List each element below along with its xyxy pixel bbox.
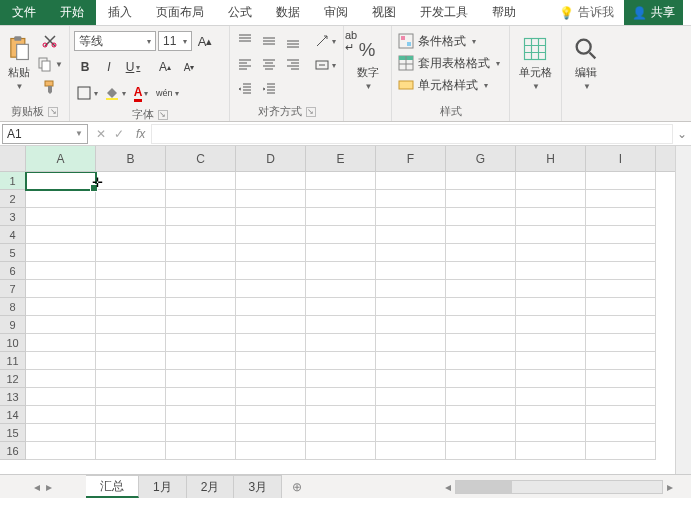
cell[interactable] bbox=[236, 280, 306, 298]
cell[interactable] bbox=[376, 190, 446, 208]
scroll-right-icon[interactable]: ▸ bbox=[663, 480, 677, 494]
share-button[interactable]: 👤 共享 bbox=[624, 0, 683, 25]
align-center-button[interactable] bbox=[258, 54, 280, 76]
underline-button[interactable]: U▾ bbox=[122, 56, 144, 78]
cell[interactable] bbox=[236, 190, 306, 208]
tab-formula[interactable]: 公式 bbox=[216, 0, 264, 25]
increase-font-button-2[interactable]: A▴ bbox=[154, 56, 176, 78]
cell[interactable] bbox=[236, 172, 306, 190]
decrease-indent-button[interactable] bbox=[234, 78, 256, 100]
cell[interactable] bbox=[166, 442, 236, 460]
row-header[interactable]: 3 bbox=[0, 208, 26, 226]
tab-developer[interactable]: 开发工具 bbox=[408, 0, 480, 25]
copy-button[interactable]: ▼ bbox=[35, 53, 65, 75]
cell[interactable] bbox=[446, 280, 516, 298]
cell[interactable] bbox=[96, 208, 166, 226]
cell[interactable] bbox=[26, 298, 96, 316]
hscroll-thumb[interactable] bbox=[456, 481, 512, 493]
cell[interactable] bbox=[26, 262, 96, 280]
cell[interactable] bbox=[376, 406, 446, 424]
select-all-corner[interactable] bbox=[0, 146, 26, 171]
cut-button[interactable] bbox=[35, 30, 65, 52]
cell[interactable] bbox=[166, 334, 236, 352]
column-header[interactable]: D bbox=[236, 146, 306, 171]
cell[interactable] bbox=[516, 172, 586, 190]
row-header[interactable]: 5 bbox=[0, 244, 26, 262]
cell[interactable] bbox=[446, 262, 516, 280]
cell[interactable] bbox=[586, 316, 656, 334]
cell[interactable] bbox=[376, 442, 446, 460]
cell[interactable] bbox=[306, 244, 376, 262]
cell[interactable] bbox=[96, 442, 166, 460]
cell[interactable] bbox=[166, 226, 236, 244]
cell[interactable] bbox=[516, 262, 586, 280]
cell[interactable] bbox=[236, 262, 306, 280]
formula-input[interactable] bbox=[151, 124, 673, 144]
merge-button[interactable]: ▾ bbox=[312, 54, 338, 76]
cell[interactable] bbox=[586, 370, 656, 388]
cell[interactable] bbox=[376, 352, 446, 370]
increase-font-button[interactable]: A▴ bbox=[194, 30, 216, 52]
cell[interactable] bbox=[516, 406, 586, 424]
cell[interactable] bbox=[446, 334, 516, 352]
cell[interactable] bbox=[516, 388, 586, 406]
cell[interactable] bbox=[166, 190, 236, 208]
cell[interactable] bbox=[166, 406, 236, 424]
tab-data[interactable]: 数据 bbox=[264, 0, 312, 25]
cell[interactable] bbox=[376, 298, 446, 316]
sheet-nav-prev-icon[interactable]: ◂ bbox=[34, 480, 40, 494]
cell[interactable] bbox=[446, 388, 516, 406]
row-header[interactable]: 11 bbox=[0, 352, 26, 370]
cell[interactable] bbox=[306, 388, 376, 406]
cell[interactable] bbox=[166, 424, 236, 442]
cells-button[interactable]: 单元格 ▼ bbox=[514, 30, 556, 96]
cell[interactable] bbox=[516, 190, 586, 208]
row-header[interactable]: 9 bbox=[0, 316, 26, 334]
cell[interactable] bbox=[306, 280, 376, 298]
horizontal-scrollbar[interactable]: ◂ ▸ bbox=[441, 475, 691, 498]
cell[interactable] bbox=[306, 316, 376, 334]
cell[interactable] bbox=[516, 424, 586, 442]
row-header[interactable]: 2 bbox=[0, 190, 26, 208]
fx-icon[interactable]: fx bbox=[130, 127, 151, 141]
cell-grid[interactable]: 1✛2345678910111213141516 bbox=[0, 172, 691, 474]
cell[interactable] bbox=[26, 424, 96, 442]
conditional-format-button[interactable]: 条件格式▾ bbox=[396, 30, 478, 52]
cell[interactable] bbox=[96, 172, 166, 190]
cell[interactable] bbox=[376, 280, 446, 298]
cell[interactable] bbox=[26, 352, 96, 370]
sheet-tab-3[interactable]: 3月 bbox=[234, 475, 282, 498]
name-box[interactable]: A1▼ bbox=[2, 124, 88, 144]
row-header[interactable]: 15 bbox=[0, 424, 26, 442]
cell[interactable] bbox=[586, 280, 656, 298]
dialog-launcher-icon[interactable]: ↘ bbox=[158, 110, 168, 120]
add-sheet-button[interactable]: ⊕ bbox=[282, 475, 312, 498]
cell[interactable] bbox=[586, 208, 656, 226]
cell[interactable] bbox=[96, 406, 166, 424]
row-header[interactable]: 10 bbox=[0, 334, 26, 352]
cell[interactable] bbox=[236, 298, 306, 316]
fill-color-button[interactable]: ▾ bbox=[102, 82, 128, 104]
cell[interactable] bbox=[446, 370, 516, 388]
cell[interactable] bbox=[586, 352, 656, 370]
cell[interactable] bbox=[26, 280, 96, 298]
cell[interactable] bbox=[446, 424, 516, 442]
cell[interactable] bbox=[96, 370, 166, 388]
cell[interactable] bbox=[166, 280, 236, 298]
sheet-tab-summary[interactable]: 汇总 bbox=[86, 475, 139, 498]
cell[interactable] bbox=[236, 424, 306, 442]
tab-insert[interactable]: 插入 bbox=[96, 0, 144, 25]
cell[interactable] bbox=[516, 352, 586, 370]
cell[interactable] bbox=[236, 316, 306, 334]
align-top-button[interactable] bbox=[234, 30, 256, 52]
hscroll-track[interactable] bbox=[455, 480, 663, 494]
sheet-nav-next-icon[interactable]: ▸ bbox=[46, 480, 52, 494]
cell[interactable] bbox=[446, 316, 516, 334]
cell[interactable] bbox=[96, 316, 166, 334]
tab-help[interactable]: 帮助 bbox=[480, 0, 528, 25]
sheet-tab-2[interactable]: 2月 bbox=[187, 475, 235, 498]
tab-file[interactable]: 文件 bbox=[0, 0, 48, 25]
cell[interactable] bbox=[306, 442, 376, 460]
cell[interactable] bbox=[586, 262, 656, 280]
paste-button[interactable]: 粘贴 ▼ bbox=[4, 30, 33, 96]
